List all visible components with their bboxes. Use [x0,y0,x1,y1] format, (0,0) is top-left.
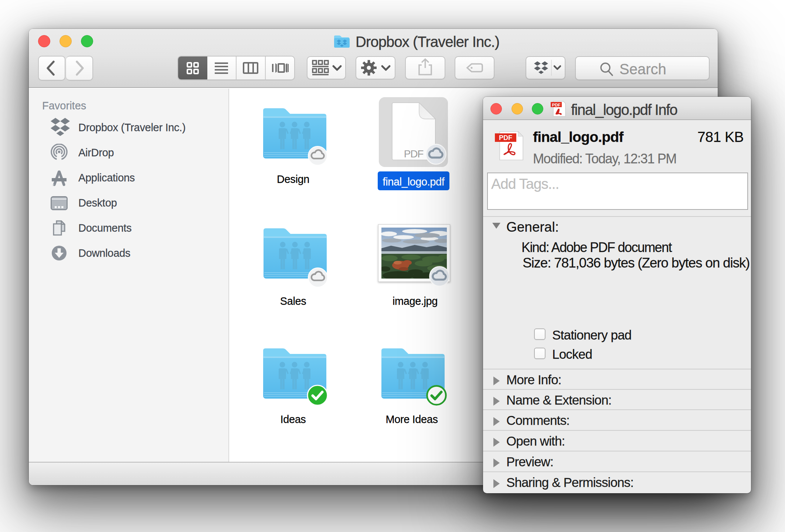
svg-text:PDF: PDF [552,103,561,107]
svg-text:PDF: PDF [404,148,423,160]
